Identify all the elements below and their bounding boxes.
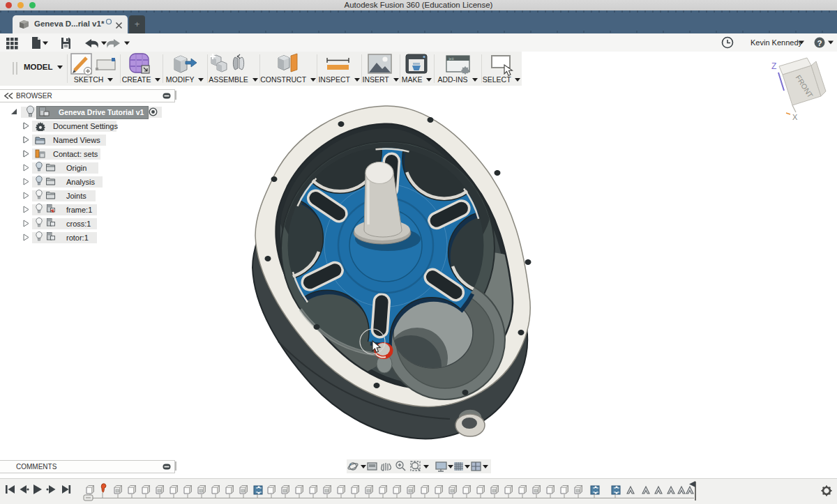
svg-text:X: X [792,113,798,121]
svg-text:Z: Z [771,61,776,71]
